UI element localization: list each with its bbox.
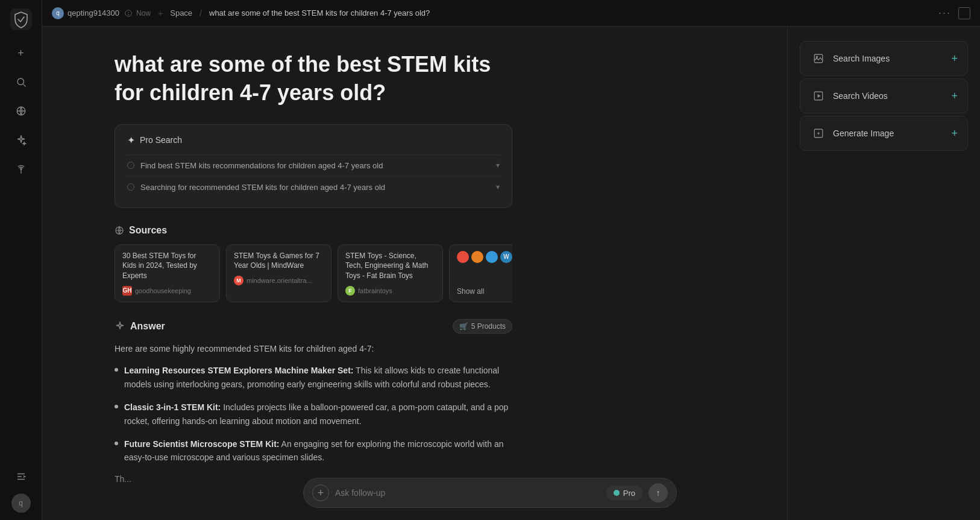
topbar-page-title: what are some of the best STEM kits for … bbox=[209, 8, 430, 17]
multi-favicon-1 bbox=[457, 251, 469, 263]
answer-label: Answer bbox=[130, 321, 165, 332]
send-button[interactable]: ↑ bbox=[649, 483, 668, 503]
step-circle-2 bbox=[127, 183, 134, 191]
sidebar: + q bbox=[0, 0, 42, 520]
source-favicon-3: F bbox=[345, 286, 355, 296]
topbar-space[interactable]: Space bbox=[170, 8, 192, 17]
bullet-1 bbox=[115, 368, 118, 372]
topbar-window-button[interactable] bbox=[958, 7, 970, 19]
step-chevron-2: ▾ bbox=[496, 183, 500, 191]
source-title-1: 30 Best STEM Toys for Kids in 2024, Test… bbox=[122, 251, 212, 281]
source-domain-3: fatbraintoys bbox=[358, 287, 392, 294]
source-domain-1: goodhousekeeping bbox=[135, 287, 191, 294]
generate-image-button[interactable]: Generate Image + bbox=[800, 116, 968, 151]
multi-favicon-3 bbox=[486, 251, 498, 263]
sources-header: Sources bbox=[115, 225, 512, 236]
multi-favicon-2 bbox=[471, 251, 483, 263]
answer-item-3-title: Future Scientist Microscope STEM Kit: bbox=[124, 439, 279, 449]
generate-image-icon bbox=[810, 125, 827, 142]
pro-label: Pro bbox=[623, 489, 635, 498]
answer-item-2-title: Classic 3-in-1 STEM Kit: bbox=[124, 402, 221, 412]
user-indicator: q bbox=[52, 7, 64, 19]
bullet-2 bbox=[115, 405, 118, 408]
topbar-slash: / bbox=[199, 8, 202, 18]
topbar-user: q qepting914300 Now bbox=[52, 7, 151, 19]
cart-icon: 🛒 bbox=[459, 322, 468, 331]
search-images-button[interactable]: Search Images + bbox=[800, 41, 968, 76]
sources-grid: 30 Best STEM Toys for Kids in 2024, Test… bbox=[115, 244, 512, 302]
source-card-3[interactable]: STEM Toys - Science, Tech, Engineering &… bbox=[338, 244, 443, 302]
user-avatar[interactable]: q bbox=[11, 493, 31, 513]
antenna-button[interactable] bbox=[9, 157, 33, 181]
source-favicon-1: GH bbox=[122, 286, 132, 296]
generate-image-label: Generate Image bbox=[833, 128, 945, 138]
answer-item-2: Classic 3-in-1 STEM Kit: Includes projec… bbox=[115, 401, 512, 428]
search-step-1[interactable]: Find best STEM kits recommendations for … bbox=[127, 154, 500, 176]
step-chevron-1: ▾ bbox=[496, 161, 500, 170]
answer-title: Answer bbox=[115, 321, 165, 332]
pro-search-box: ✦ Pro Search Find best STEM kits recomme… bbox=[115, 124, 512, 208]
attach-button[interactable]: + bbox=[312, 484, 329, 501]
source-footer-2: M mindware.orientaltra... bbox=[234, 276, 324, 285]
bottom-bar: + Pro ↑ bbox=[303, 478, 677, 508]
source-footer-3: F fatbraintoys bbox=[345, 286, 435, 296]
pro-toggle[interactable]: Pro bbox=[606, 486, 642, 501]
search-videos-plus: + bbox=[951, 90, 958, 103]
products-badge[interactable]: 🛒 5 Products bbox=[453, 319, 512, 334]
sources-label: Sources bbox=[129, 225, 167, 236]
answer-item-3: Future Scientist Microscope STEM Kit: An… bbox=[115, 437, 512, 465]
answer-header: Answer 🛒 5 Products bbox=[115, 319, 512, 334]
answer-list: Learning Resources STEM Explorers Machin… bbox=[115, 364, 512, 464]
topbar-time: Now bbox=[136, 9, 151, 17]
step-circle-1 bbox=[127, 162, 134, 169]
follow-up-input[interactable] bbox=[335, 488, 600, 498]
send-icon: ↑ bbox=[656, 488, 661, 498]
svg-point-11 bbox=[816, 56, 817, 57]
search-step-2[interactable]: Searching for recommended STEM kits for … bbox=[127, 176, 500, 198]
search-button[interactable] bbox=[9, 70, 33, 94]
multi-favicon-4: W bbox=[500, 251, 512, 263]
pro-search-header: ✦ Pro Search bbox=[127, 135, 500, 146]
show-all-text: Show all bbox=[457, 287, 484, 296]
right-panel: Search Images + Search Videos + bbox=[787, 27, 980, 520]
source-domain-2: mindware.orientaltra... bbox=[247, 277, 312, 284]
products-count: 5 Products bbox=[471, 322, 506, 331]
sources-section: Sources 30 Best STEM Toys for Kids in 20… bbox=[115, 225, 512, 302]
svg-line-2 bbox=[23, 84, 25, 86]
source-title-2: STEM Toys & Games for 7 Year Olds | Mind… bbox=[234, 251, 324, 271]
search-videos-label: Search Videos bbox=[833, 91, 945, 101]
svg-point-5 bbox=[20, 168, 21, 170]
step-text-1: Find best STEM kits recommendations for … bbox=[140, 161, 490, 170]
topbar-more-button[interactable]: ··· bbox=[938, 7, 951, 19]
answer-item-1-title: Learning Resources STEM Explorers Machin… bbox=[124, 366, 353, 375]
svg-marker-13 bbox=[818, 94, 821, 98]
search-images-label: Search Images bbox=[833, 54, 945, 63]
answer-intro: Here are some highly recommended STEM ki… bbox=[115, 342, 512, 355]
sparkle-button[interactable] bbox=[9, 128, 33, 152]
search-images-plus: + bbox=[951, 52, 958, 65]
main-content: what are some of the best STEM kits for … bbox=[42, 27, 787, 520]
collapse-button[interactable] bbox=[9, 465, 33, 489]
generate-image-plus: + bbox=[951, 127, 958, 140]
topbar: q qepting914300 Now + Space / what are s… bbox=[42, 0, 980, 27]
search-videos-icon bbox=[810, 87, 827, 104]
bullet-3 bbox=[115, 442, 118, 445]
svg-point-8 bbox=[128, 14, 128, 14]
answer-section: Answer 🛒 5 Products Here are some highly… bbox=[115, 319, 512, 484]
source-title-3: STEM Toys - Science, Tech, Engineering &… bbox=[345, 251, 435, 281]
app-logo[interactable] bbox=[9, 7, 33, 31]
search-videos-button[interactable]: Search Videos + bbox=[800, 78, 968, 113]
new-chat-button[interactable]: + bbox=[9, 41, 33, 65]
pro-search-icon: ✦ bbox=[127, 135, 135, 146]
topbar-separator: + bbox=[158, 8, 163, 18]
source-card-multi[interactable]: W Show all bbox=[449, 244, 512, 302]
search-images-icon bbox=[810, 50, 827, 67]
multi-favicons: W bbox=[457, 251, 512, 263]
source-card-2[interactable]: STEM Toys & Games for 7 Year Olds | Mind… bbox=[226, 244, 331, 302]
source-card-1[interactable]: 30 Best STEM Toys for Kids in 2024, Test… bbox=[115, 244, 220, 302]
globe-button[interactable] bbox=[9, 99, 33, 123]
step-text-2: Searching for recommended STEM kits for … bbox=[140, 183, 490, 192]
topbar-username: qepting914300 bbox=[68, 8, 119, 17]
pro-search-label: Pro Search bbox=[140, 135, 182, 145]
svg-point-1 bbox=[17, 78, 24, 85]
